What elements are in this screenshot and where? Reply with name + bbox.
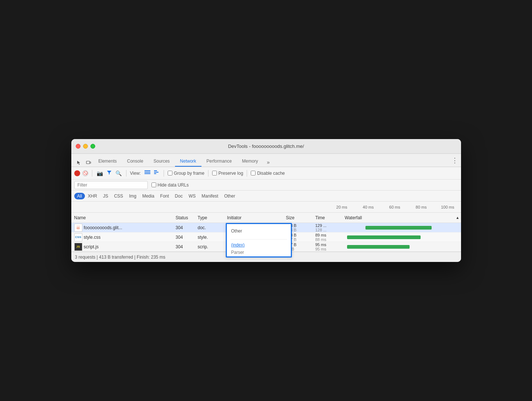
svg-rect-0 [86, 161, 90, 164]
separator-2 [126, 170, 126, 177]
tab-network[interactable]: Network [175, 156, 201, 167]
type-filter-media[interactable]: Media [139, 193, 157, 199]
svg-rect-3 [144, 170, 150, 171]
tab-memory[interactable]: Memory [237, 156, 263, 167]
separator-4 [208, 170, 208, 177]
svg-rect-7 [154, 172, 158, 173]
js-file-icon: JS [74, 243, 82, 251]
minimize-button[interactable] [83, 144, 88, 149]
file-name: fooooooooods.glit... [84, 225, 171, 230]
initiator-section-1: (index) Parser [229, 239, 289, 259]
type-filter-img[interactable]: Img [126, 193, 139, 199]
traffic-lights [76, 144, 95, 149]
html-file-icon: </> [74, 224, 82, 232]
cursor-icon[interactable] [74, 159, 84, 167]
camera-icon[interactable]: 📷 [96, 170, 104, 177]
filter-input[interactable] [74, 181, 148, 189]
disable-cache-checkbox[interactable] [251, 171, 256, 175]
separator-1 [92, 170, 92, 177]
stop-button[interactable]: 🚫 [82, 170, 88, 176]
window-title: DevTools - fooooooooods.glitch.me/ [228, 143, 304, 149]
resource-time: 89 ms88 ms [314, 233, 343, 242]
search-icon[interactable]: 🔍 [115, 170, 122, 177]
hide-data-urls-checkbox[interactable] [151, 182, 156, 187]
waterfall-cell [343, 242, 461, 251]
svg-rect-8 [154, 173, 156, 174]
disable-cache-text: Disable cache [257, 171, 285, 176]
col-header-waterfall[interactable]: Waterfall ▲ [343, 215, 461, 220]
table-body: </>fooooooooods.glit...304doc.138 B734 B… [71, 223, 461, 252]
svg-rect-4 [144, 172, 150, 173]
sort-arrow-icon[interactable]: ▲ [456, 216, 460, 220]
group-by-frame-text: Group by frame [174, 171, 204, 176]
network-toolbar: 🚫 📷 🔍 View: Group by frame Preserve log … [71, 167, 461, 180]
maximize-button[interactable] [90, 144, 95, 149]
table-header: Name Status Type Initiator Size Time Wat… [71, 213, 461, 223]
hide-data-urls-text: Hide data URLs [158, 182, 189, 188]
tab-console[interactable]: Console [122, 156, 149, 167]
status-code: 304 [174, 235, 196, 240]
device-toolbar-icon[interactable] [84, 159, 93, 167]
waterfall-bar [365, 226, 432, 230]
file-name: style.css [84, 235, 171, 240]
svg-marker-2 [107, 171, 111, 174]
resource-type: style. [196, 235, 226, 240]
initiator-link-2[interactable]: (index) [229, 260, 289, 262]
type-filter-ws[interactable]: WS [186, 193, 199, 199]
type-filter-font[interactable]: Font [157, 193, 172, 199]
col-header-time[interactable]: Time [314, 215, 343, 220]
col-header-initiator[interactable]: Initiator [226, 215, 285, 220]
waterfall-label: Waterfall [345, 215, 362, 220]
type-filter-all[interactable]: All [74, 193, 85, 199]
list-view-icon[interactable] [144, 170, 150, 176]
titlebar: DevTools - fooooooooods.glitch.me/ [71, 139, 461, 154]
col-header-type[interactable]: Type [196, 215, 226, 220]
resource-type: scrip. [196, 244, 226, 249]
tab-elements[interactable]: Elements [93, 156, 122, 167]
hide-data-urls-label[interactable]: Hide data URLs [151, 182, 189, 188]
type-filter-doc[interactable]: Doc [172, 193, 186, 199]
more-tabs-button[interactable]: » [264, 158, 273, 167]
preserve-log-checkbox[interactable] [212, 171, 217, 175]
col-header-status[interactable]: Status [174, 215, 196, 220]
type-filter-xhr[interactable]: XHR [85, 193, 100, 199]
group-by-frame-checkbox[interactable] [168, 171, 172, 175]
view-label: View: [130, 171, 141, 176]
svg-rect-5 [144, 173, 150, 174]
tab-sources[interactable]: Sources [149, 156, 175, 167]
devtools-window: DevTools - fooooooooods.glitch.me/ Eleme… [71, 139, 461, 262]
close-button[interactable] [76, 144, 81, 149]
col-header-size[interactable]: Size [285, 215, 314, 220]
type-filter-js[interactable]: JS [100, 193, 111, 199]
separator-3 [164, 170, 164, 177]
initiator-section-2: (index) Parser [229, 259, 289, 262]
timeline-header: 20 ms40 ms60 ms80 ms100 ms [71, 202, 461, 213]
type-filter-other[interactable]: Other [221, 193, 238, 199]
preserve-log-label[interactable]: Preserve log [212, 171, 243, 176]
type-filter-css[interactable]: CSS [111, 193, 126, 199]
tab-performance[interactable]: Performance [201, 156, 237, 167]
col-header-name[interactable]: Name [71, 215, 174, 220]
filter-icon[interactable] [106, 169, 113, 177]
timeline-label: 100 ms [435, 205, 461, 209]
filter-row: Hide data URLs [71, 180, 461, 191]
record-button[interactable] [74, 170, 80, 176]
disable-cache-label[interactable]: Disable cache [251, 171, 285, 176]
waterfall-bar [347, 235, 421, 239]
initiator-overlay: Other (index) Parser (index) Parser [226, 223, 292, 258]
status-code: 304 [174, 225, 196, 230]
type-filter-manifest[interactable]: Manifest [199, 193, 221, 199]
initiator-link-1[interactable]: (index) [229, 241, 289, 249]
svg-rect-1 [90, 162, 91, 163]
waterfall-bar [347, 245, 410, 249]
waterfall-view-icon[interactable] [154, 170, 160, 176]
initiator-sub-1: Parser [229, 249, 289, 257]
waterfall-cell [343, 233, 461, 242]
group-by-frame-label[interactable]: Group by frame [168, 171, 204, 176]
timeline-label: 60 ms [382, 205, 408, 209]
status-text: 3 requests | 413 B transferred | Finish:… [75, 255, 165, 260]
devtools-menu-button[interactable]: ⋮ [451, 157, 458, 164]
svg-rect-6 [154, 170, 157, 171]
separator-5 [247, 170, 247, 177]
timeline-label: 20 ms [329, 205, 355, 209]
